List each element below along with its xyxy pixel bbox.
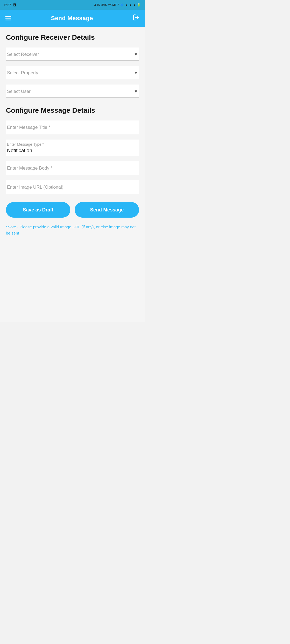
image-indicator: 🖼 [13, 3, 16, 7]
select-receiver-dropdown[interactable]: Select Receiver ▼ [6, 47, 139, 61]
message-type-value: Notification [7, 148, 32, 153]
select-property-label: Select Property [7, 70, 38, 76]
logout-icon[interactable] [133, 14, 140, 23]
signal-icon: ▲ [129, 3, 132, 6]
main-content: Configure Receiver Details Select Receiv… [0, 27, 145, 322]
save-as-draft-button[interactable]: Save as Draft [6, 202, 70, 218]
user-chevron-down-icon: ▼ [134, 89, 138, 94]
vowifi-icon: VoWiFi2 [108, 3, 119, 6]
menu-icon[interactable] [5, 16, 11, 20]
message-title-group [6, 120, 139, 134]
receiver-chevron-down-icon: ▼ [134, 52, 138, 57]
section-spacer-1 [6, 103, 139, 106]
bluetooth-icon: 🔷 [120, 3, 124, 7]
select-property-dropdown[interactable]: Select Property ▼ [6, 66, 139, 79]
send-message-button[interactable]: Send Message [75, 202, 139, 218]
action-buttons: Save as Draft Send Message [6, 202, 139, 218]
image-url-note: *Note - Please provide a valid Image URL… [6, 224, 139, 236]
menu-line-1 [5, 16, 11, 17]
select-user-dropdown[interactable]: Select User ▼ [6, 85, 139, 98]
select-user-label: Select User [7, 89, 31, 94]
status-bar: 6:27 🖼 3.16 kB/S VoWiFi2 🔷 ▲ ▲ ▲ 🔋 [0, 0, 145, 10]
data-speed: 3.16 kB/S [94, 3, 107, 6]
message-body-group [6, 161, 139, 175]
select-receiver-label: Select Receiver [7, 52, 39, 57]
receiver-section-title: Configure Receiver Details [6, 33, 139, 42]
wifi-icon: ▲ [125, 3, 128, 6]
app-bar: Send Message [0, 10, 145, 27]
message-type-group: Enter Message Type * Notification [6, 140, 139, 156]
status-time: 6:27 [4, 3, 11, 7]
status-time-section: 6:27 🖼 [4, 3, 16, 7]
status-icons: 3.16 kB/S VoWiFi2 🔷 ▲ ▲ ▲ 🔋 [94, 3, 141, 7]
message-section-title: Configure Message Details [6, 106, 139, 115]
image-url-input[interactable] [7, 183, 138, 192]
message-type-label: Enter Message Type * [7, 142, 138, 147]
image-url-group [6, 180, 139, 194]
menu-line-3 [5, 20, 11, 20]
property-chevron-down-icon: ▼ [134, 71, 138, 75]
app-title: Send Message [51, 15, 93, 22]
signal-icon2: ▲ [133, 3, 136, 6]
battery-icon: 🔋 [137, 3, 141, 7]
message-body-input[interactable] [7, 164, 138, 173]
menu-line-2 [5, 18, 11, 19]
message-title-input[interactable] [7, 123, 138, 132]
